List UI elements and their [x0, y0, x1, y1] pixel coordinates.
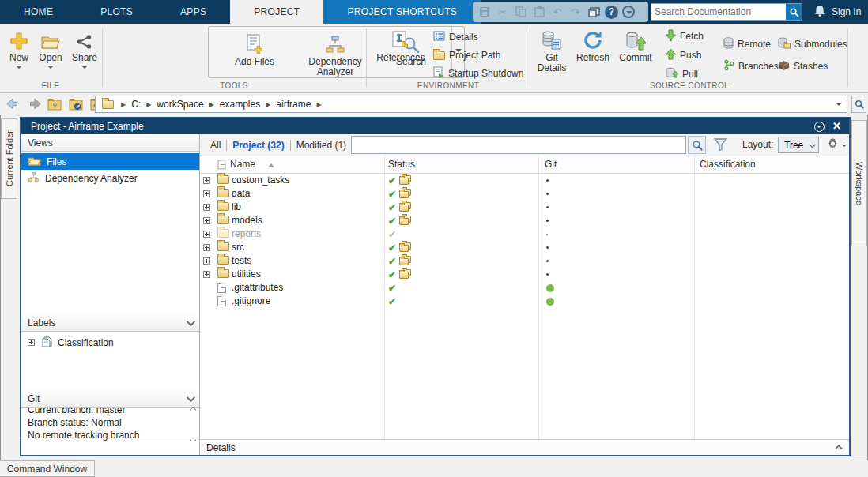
expand-icon[interactable]: [203, 217, 210, 224]
table-row[interactable]: reports ✔: [200, 227, 849, 241]
address-search-button[interactable]: [851, 96, 866, 113]
expand-icon[interactable]: [203, 244, 210, 251]
dependency-analyzer-button[interactable]: Dependency Analyzer: [300, 31, 371, 77]
documentation-search-input[interactable]: [651, 6, 786, 17]
expand-icon[interactable]: [203, 231, 210, 238]
git-section-header[interactable]: Git: [21, 390, 199, 408]
file-search-button[interactable]: [688, 136, 706, 154]
column-icon-header[interactable]: [218, 160, 226, 170]
expand-icon[interactable]: [203, 257, 210, 265]
breadcrumb-item-drive[interactable]: C:: [130, 99, 142, 110]
copy-icon[interactable]: [514, 5, 528, 19]
details-bar[interactable]: Details: [200, 439, 849, 455]
branches-button[interactable]: Branches: [723, 58, 779, 74]
project-path-button[interactable]: Project Path: [433, 47, 523, 63]
help-icon[interactable]: ?: [605, 6, 618, 19]
up-one-level-icon[interactable]: [47, 98, 62, 111]
classification-expand-icon[interactable]: [28, 339, 35, 346]
breadcrumb-item-airframe[interactable]: airframe: [274, 99, 312, 110]
table-row[interactable]: data ✔: [200, 187, 849, 201]
save-icon[interactable]: [477, 5, 492, 19]
file-search-input[interactable]: [352, 137, 685, 153]
details-expand-icon[interactable]: [835, 445, 843, 453]
filter-funnel-icon[interactable]: [714, 138, 727, 154]
redo-icon[interactable]: ↷: [568, 5, 583, 19]
column-git[interactable]: Git: [545, 159, 557, 170]
table-row[interactable]: tests ✔: [200, 254, 849, 268]
remote-button[interactable]: Remote: [723, 36, 779, 52]
table-row[interactable]: .gitattributes ✔: [200, 281, 849, 295]
panel-close-icon[interactable]: ✕: [832, 118, 841, 134]
browse-folder-icon[interactable]: [69, 98, 84, 111]
breadcrumb-dropdown-icon[interactable]: [836, 103, 842, 109]
git-details-button[interactable]: Git Details: [534, 27, 569, 73]
new-button[interactable]: New: [5, 27, 33, 72]
startup-shutdown-button[interactable]: Startup Shutdown: [433, 66, 523, 81]
qat-dropdown-icon[interactable]: [622, 6, 635, 18]
breadcrumb-item-workspace[interactable]: workSpace: [155, 99, 205, 110]
tab-plots[interactable]: PLOTS: [77, 0, 157, 24]
tab-home[interactable]: HOME: [0, 0, 77, 24]
git-current-branch: Current branch: master: [28, 408, 188, 416]
add-files-button[interactable]: Add Files: [231, 31, 278, 67]
column-name[interactable]: Name: [230, 159, 255, 170]
commit-button[interactable]: Commit: [615, 27, 656, 63]
notification-bell-icon[interactable]: [814, 5, 825, 19]
views-section-header[interactable]: Views: [21, 134, 199, 152]
command-window-tab[interactable]: Command Window: [0, 460, 95, 477]
scroll-up-icon[interactable]: [190, 407, 196, 413]
git-status-icon: [546, 193, 549, 195]
labels-collapse-icon[interactable]: [187, 317, 195, 325]
sidebar-item-files[interactable]: Files: [21, 153, 199, 170]
tab-apps[interactable]: APPS: [157, 0, 230, 24]
expand-icon[interactable]: [203, 271, 210, 278]
filter-all[interactable]: All: [205, 140, 226, 151]
git-collapse-icon[interactable]: [187, 392, 195, 401]
table-row[interactable]: lib ✔: [200, 201, 849, 214]
sign-in-link[interactable]: Sign In: [832, 0, 861, 24]
startup-shutdown-icon: [433, 66, 444, 81]
tab-project-shortcuts[interactable]: PROJECT SHORTCUTS: [323, 0, 481, 24]
cut-icon[interactable]: ✂: [496, 5, 510, 19]
current-folder-tab[interactable]: Current Folder: [1, 118, 17, 199]
table-row[interactable]: models ✔: [200, 214, 849, 227]
undo-icon[interactable]: ↶: [550, 5, 564, 19]
filter-modified[interactable]: Modified (1): [291, 140, 352, 151]
fetch-button[interactable]: Fetch: [666, 28, 704, 44]
expand-icon[interactable]: [203, 190, 210, 197]
labels-item-classification[interactable]: Classification: [21, 334, 199, 351]
forward-icon[interactable]: [27, 98, 41, 110]
git-lines-scrollbar[interactable]: [188, 408, 198, 442]
table-row[interactable]: custom_tasks ✔: [200, 174, 849, 187]
panel-menu-icon[interactable]: [814, 122, 825, 132]
expand-icon[interactable]: [203, 204, 210, 211]
column-classification[interactable]: Classification: [700, 159, 756, 170]
sidebar-item-dependency-analyzer[interactable]: Dependency Analyzer: [21, 170, 199, 186]
layout-dropdown[interactable]: Tree: [778, 137, 819, 153]
table-row[interactable]: utilities ✔: [200, 268, 849, 281]
refresh-button[interactable]: Refresh: [572, 27, 613, 63]
documentation-search-icon[interactable]: [786, 4, 802, 20]
expand-icon[interactable]: [203, 177, 210, 184]
back-icon[interactable]: [6, 98, 21, 110]
paste-icon[interactable]: [532, 5, 546, 19]
labels-section-header[interactable]: Labels: [21, 314, 199, 332]
open-button[interactable]: Open: [35, 27, 66, 72]
breadcrumb[interactable]: ▶ C: ▶ workSpace ▶ examples ▶ airframe ▶: [95, 96, 847, 113]
workspace-tab[interactable]: Workspace: [851, 120, 867, 246]
pull-button[interactable]: Pull: [666, 66, 704, 82]
table-row[interactable]: .gitignore ✔: [200, 295, 849, 308]
view-options-button[interactable]: [826, 137, 847, 154]
references-button[interactable]: References: [375, 27, 427, 63]
push-button[interactable]: Push: [666, 47, 704, 63]
breadcrumb-item-examples[interactable]: examples: [218, 99, 262, 110]
filter-project[interactable]: Project (32): [227, 140, 289, 151]
tab-project[interactable]: PROJECT: [230, 0, 323, 24]
column-status[interactable]: Status: [388, 159, 415, 170]
layout-window-icon[interactable]: [587, 5, 601, 19]
details-button[interactable]: Details: [433, 29, 523, 45]
submodules-button[interactable]: Submodules: [778, 36, 847, 52]
table-row[interactable]: src ✔: [200, 241, 849, 254]
stashes-button[interactable]: Stashes: [778, 58, 847, 74]
share-button[interactable]: Share: [70, 27, 100, 72]
